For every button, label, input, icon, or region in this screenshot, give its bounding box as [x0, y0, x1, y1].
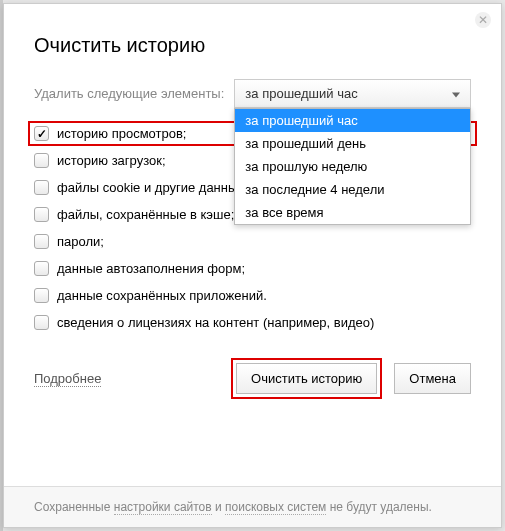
time-range-option[interactable]: за все время [235, 201, 470, 224]
check-row-passwords[interactable]: пароли; [34, 234, 471, 249]
search-systems-link[interactable]: поисковых систем [225, 500, 326, 515]
time-range-selected-value: за прошедший час [245, 86, 357, 101]
check-label: историю загрузок; [57, 153, 166, 168]
checkbox[interactable] [34, 153, 49, 168]
clear-history-button[interactable]: Очистить историю [236, 363, 377, 394]
check-label: историю просмотров; [57, 126, 186, 141]
footer-text: и [212, 500, 225, 514]
check-row-app-data[interactable]: данные сохранённых приложений. [34, 288, 471, 303]
check-label: файлы, сохранённые в кэше; [57, 207, 234, 222]
checkbox[interactable] [34, 315, 49, 330]
chevron-down-icon [452, 92, 460, 97]
check-label: пароли; [57, 234, 104, 249]
checkbox[interactable] [34, 180, 49, 195]
time-range-option[interactable]: за прошедший час [235, 109, 470, 132]
check-label: данные автозаполнения форм; [57, 261, 245, 276]
checkbox[interactable] [34, 234, 49, 249]
check-row-content-licenses[interactable]: сведения о лицензиях на контент (наприме… [34, 315, 471, 330]
time-range-option[interactable]: за прошедший день [235, 132, 470, 155]
check-row-autofill[interactable]: данные автозаполнения форм; [34, 261, 471, 276]
checkbox[interactable] [34, 261, 49, 276]
close-icon: ✕ [478, 13, 488, 27]
footer-text: Сохраненные [34, 500, 114, 514]
time-range-select[interactable]: за прошедший час за прошедший час за про… [234, 79, 471, 108]
dialog-title: Очистить историю [34, 34, 471, 57]
more-details-link[interactable]: Подробнее [34, 371, 101, 387]
clear-history-dialog: ✕ Очистить историю Удалить следующие эле… [3, 3, 502, 528]
check-label: данные сохранённых приложений. [57, 288, 267, 303]
time-range-option[interactable]: за прошлую неделю [235, 155, 470, 178]
checkbox[interactable] [34, 288, 49, 303]
check-label: сведения о лицензиях на контент (наприме… [57, 315, 374, 330]
time-range-options: за прошедший час за прошедший день за пр… [234, 108, 471, 225]
checkbox[interactable] [34, 126, 49, 141]
footer-text: не будут удалены. [326, 500, 432, 514]
cancel-button[interactable]: Отмена [394, 363, 471, 394]
site-settings-link[interactable]: настройки сайтов [114, 500, 212, 515]
time-range-label: Удалить следующие элементы: [34, 86, 224, 101]
close-button[interactable]: ✕ [475, 12, 491, 28]
footer-note: Сохраненные настройки сайтов и поисковых… [4, 486, 501, 527]
checkbox[interactable] [34, 207, 49, 222]
time-range-option[interactable]: за последние 4 недели [235, 178, 470, 201]
